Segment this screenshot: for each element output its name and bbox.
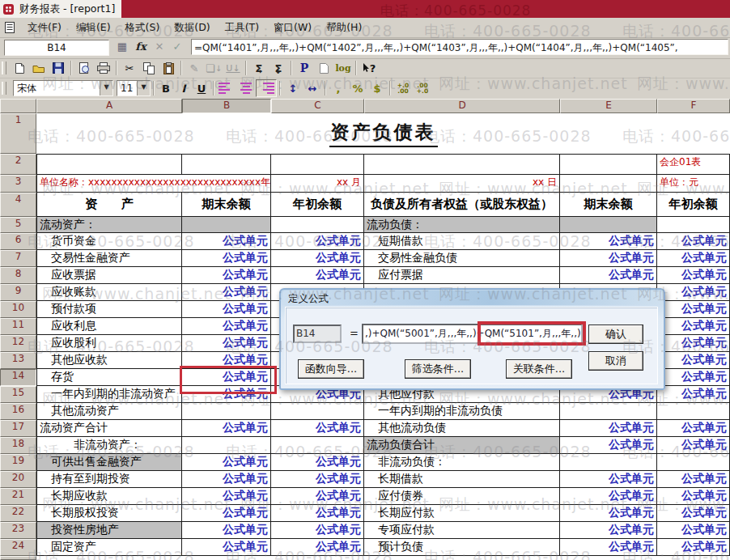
grid-icon[interactable]: ▦ [113, 39, 131, 55]
row-header-15[interactable]: 15 [0, 386, 36, 403]
cell-a8[interactable]: 应收票据 [36, 267, 182, 284]
cell-e7[interactable]: 公式单元 [560, 250, 657, 267]
report-page-button[interactable] [314, 60, 333, 76]
cell-f7[interactable]: 公式单元 [657, 250, 730, 267]
cell-a19[interactable]: 可供出售金融资产 [36, 454, 182, 471]
cell-f21[interactable]: 公式单元 [657, 488, 730, 505]
row-header-3[interactable]: 3 [0, 175, 36, 193]
cell-d16[interactable]: 一年内到期的非流动负债 [364, 403, 560, 420]
cell-a3[interactable]: 单位名称：xxxxxxxxxxxxxxxxxxxxxxxxxxxxxx年 [36, 175, 271, 193]
cell-f24[interactable]: 公式单元 [657, 539, 730, 556]
print-button[interactable] [94, 60, 113, 76]
name-box[interactable]: B14 [4, 40, 109, 56]
cell-c21[interactable]: 公式单元 [271, 488, 364, 505]
row-header-20[interactable]: 20 [0, 471, 36, 488]
cell-c18[interactable] [271, 437, 364, 454]
font-name-select[interactable]: 宋体▼ [13, 80, 113, 96]
row-header-14[interactable]: 14 [0, 369, 36, 386]
cell-c5[interactable] [271, 217, 364, 233]
row-height-button[interactable]: ↕ [283, 80, 303, 96]
cell-e18[interactable]: 公式单元 [560, 437, 657, 454]
cell-b22[interactable]: 公式单元 [182, 505, 271, 522]
dialog-cell-ref-field[interactable]: B14 [293, 325, 342, 343]
print-preview-button[interactable] [74, 60, 94, 76]
row-header-6[interactable]: 6 [0, 233, 36, 250]
column-width-button[interactable]: ↔ [303, 80, 322, 96]
function-wizard-button[interactable]: 函数向导... [298, 359, 364, 379]
cell-a2[interactable] [36, 154, 182, 175]
increase-decimal-button[interactable]: +.0 .00 [393, 80, 413, 96]
cell-f19[interactable] [657, 454, 730, 471]
menu-data[interactable]: 数据(D) [167, 19, 217, 36]
cell-a5[interactable]: 流动资产： [36, 217, 182, 233]
menu-window[interactable]: 窗口(W) [266, 19, 319, 36]
cell-d2[interactable] [364, 154, 560, 175]
row-header-8[interactable]: 8 [0, 267, 36, 284]
cell-c7[interactable]: 公式单元 [271, 250, 364, 267]
cell-e23[interactable]: 公式单元 [560, 522, 657, 539]
sum-row-button[interactable]: Σ→ [249, 60, 269, 76]
row-header-11[interactable]: 11 [0, 318, 36, 335]
cell-f6[interactable]: 公式单元 [657, 233, 730, 250]
menu-edit[interactable]: 编辑(E) [69, 19, 118, 36]
row-header-24[interactable]: 24 [0, 539, 36, 556]
row-header-23[interactable]: 23 [0, 522, 36, 539]
cell-a12[interactable]: 应收股利 [36, 335, 182, 352]
cell-c19[interactable]: 公式单元 [271, 454, 364, 471]
cell-a6[interactable]: 货币资金 [36, 233, 182, 250]
select-all-corner[interactable] [0, 99, 36, 113]
cell-a23[interactable]: 投资性房地产 [36, 522, 182, 539]
chevron-down-icon[interactable]: ▼ [100, 81, 112, 95]
cell-a18[interactable]: 非流动资产： [36, 437, 182, 454]
cell-c16[interactable] [271, 403, 364, 420]
column-header-d[interactable]: D [364, 99, 560, 113]
toolbar-grip[interactable] [2, 62, 6, 74]
cell-c2[interactable] [271, 154, 364, 175]
cell-d5[interactable]: 流动负债： [364, 217, 560, 233]
cell-b19[interactable]: 公式单元 [182, 454, 271, 471]
align-left-button[interactable] [217, 80, 236, 96]
column-header-a[interactable]: A [36, 99, 182, 113]
format-painter-button[interactable]: ✎ [185, 60, 204, 76]
cell-b14[interactable]: 公式单元 [182, 369, 271, 386]
cell-a11[interactable]: 应收利息 [36, 318, 182, 335]
cell-f20[interactable]: 公式单元 [657, 471, 730, 488]
cell-b18[interactable] [182, 437, 271, 454]
row-header-1[interactable]: 1 [0, 113, 36, 154]
row-header-16[interactable]: 16 [0, 403, 36, 420]
column-header-f[interactable]: F [657, 99, 730, 113]
cell-d18[interactable]: 流动负债合计 [364, 437, 560, 454]
cell-d7[interactable]: 交易性金融负债 [364, 250, 560, 267]
column-header-e[interactable]: E [560, 99, 657, 113]
paste-button[interactable] [159, 60, 178, 76]
cell-a15[interactable]: 一年内到期的非流动资产 [36, 386, 182, 403]
cell-a4[interactable]: 资 产 [36, 193, 182, 217]
cell-d24[interactable]: 预计负债 [364, 539, 560, 556]
cell-d19[interactable]: 非流动负债： [364, 454, 560, 471]
new-button[interactable] [10, 60, 29, 76]
cell-a7[interactable]: 交易性金融资产 [36, 250, 182, 267]
cell-d3[interactable]: xx 日 [364, 175, 560, 193]
cell-b23[interactable]: 公式单元 [182, 522, 271, 539]
open-button[interactable] [29, 60, 49, 76]
row-header-17[interactable]: 17 [0, 420, 36, 437]
cell-a13[interactable]: 其他应收款 [36, 352, 182, 369]
confirm-entry-icon[interactable]: ✓ [168, 39, 186, 55]
save-button[interactable] [49, 60, 68, 76]
row-header-4[interactable]: 4 [0, 193, 36, 217]
cell-d22[interactable]: 长期应付款 [364, 505, 560, 522]
cell-e3[interactable] [560, 175, 657, 193]
cell-a20[interactable]: 持有至到期投资 [36, 471, 182, 488]
cell-d8[interactable]: 应付票据 [364, 267, 560, 284]
menu-tools[interactable]: 工具(T) [218, 19, 266, 36]
sum-column-button[interactable]: Σ↓ [269, 60, 288, 76]
align-center-button[interactable] [236, 80, 256, 96]
font-size-select[interactable]: 11▼ [117, 80, 151, 96]
row-header-7[interactable]: 7 [0, 250, 36, 267]
italic-button[interactable]: I [175, 80, 193, 96]
dialog-formula-input[interactable]: ,)+QM(“5001”,月,,,年,,)+QM(“5101”,月,,,年,,) [362, 324, 583, 344]
cell-b15[interactable]: 公式单元 [182, 386, 271, 403]
menu-format[interactable]: 格式(S) [118, 19, 168, 36]
cell-b11[interactable]: 公式单元 [182, 318, 271, 335]
row-header-22[interactable]: 22 [0, 505, 36, 522]
